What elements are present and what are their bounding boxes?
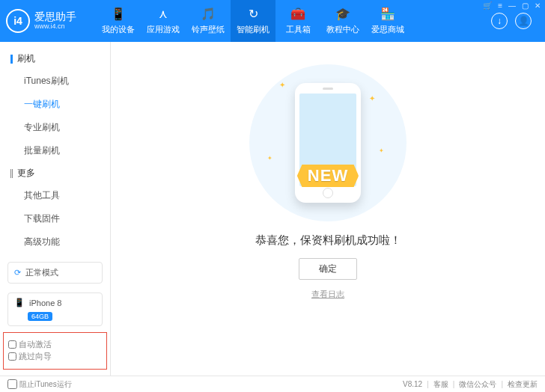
support-link[interactable]: 客服 (433, 379, 448, 390)
sidebar-item-pro-flash[interactable]: 专业刷机 (0, 116, 110, 139)
maximize-icon[interactable]: ▢ (522, 1, 529, 10)
store-icon: 🏪 (380, 7, 395, 21)
wechat-link[interactable]: 微信公众号 (459, 379, 496, 390)
sidebar: 刷机 iTunes刷机 一键刷机 专业刷机 批量刷机 更多 其他工具 下载固件 … (0, 42, 111, 376)
download-button[interactable]: ↓ (491, 13, 508, 29)
main-content: ✦ ✦ ✦ ✦ NEW 恭喜您，保资料刷机成功啦！ 确定 查看日志 (111, 42, 545, 376)
device-card[interactable]: 📱 iPhone 8 64GB (7, 293, 103, 326)
view-log-link[interactable]: 查看日志 (311, 289, 344, 300)
sidebar-item-oneclick-flash[interactable]: 一键刷机 (0, 93, 110, 116)
sidebar-item-other-tools[interactable]: 其他工具 (0, 184, 110, 207)
footer: 阻止iTunes运行 V8.12| 客服| 微信公众号| 检查更新 (0, 376, 545, 392)
refresh-icon: ↻ (249, 7, 258, 21)
tab-my-device[interactable]: 📱我的设备 (96, 0, 141, 42)
sidebar-section-flash: 刷机 (0, 48, 110, 70)
sidebar-item-itunes-flash[interactable]: iTunes刷机 (0, 70, 110, 93)
tab-store[interactable]: 🏪爱思商城 (365, 0, 410, 42)
brand-name: 爱思助手 (34, 11, 76, 22)
device-icon: 📱 (14, 298, 25, 307)
new-ribbon: NEW (297, 165, 359, 187)
minimize-icon[interactable]: — (508, 1, 516, 10)
device-label: iPhone 8 (29, 298, 61, 307)
user-button[interactable]: 👤 (515, 13, 532, 29)
sidebar-section-more: 更多 (0, 162, 110, 184)
logo-badge-icon: i4 (6, 9, 30, 33)
mode-icon: ⟳ (14, 268, 21, 278)
success-title: 恭喜您，保资料刷机成功啦！ (255, 233, 401, 248)
app-header: 🛒 ≡ — ▢ ✕ i4 爱思助手 www.i4.cn 📱我的设备 ⋏应用游戏 … (0, 0, 545, 42)
graduation-icon: 🎓 (335, 7, 350, 21)
sidebar-item-advanced[interactable]: 高级功能 (0, 230, 110, 254)
close-icon[interactable]: ✕ (535, 1, 541, 10)
tab-apps[interactable]: ⋏应用游戏 (141, 0, 186, 42)
auto-activate-checkbox[interactable]: 自动激活 (8, 339, 52, 350)
check-update-link[interactable]: 检查更新 (508, 379, 538, 390)
apps-icon: ⋏ (159, 7, 168, 21)
phone-icon: 📱 (111, 7, 126, 21)
tab-smart-flash[interactable]: ↻智能刷机 (231, 0, 275, 42)
cart-icon[interactable]: 🛒 (483, 1, 492, 10)
sidebar-item-batch-flash[interactable]: 批量刷机 (0, 139, 110, 162)
ok-button[interactable]: 确定 (299, 258, 357, 280)
window-controls: 🛒 ≡ — ▢ ✕ (483, 1, 541, 10)
menu-icon[interactable]: ≡ (498, 1, 502, 10)
brand-logo: i4 爱思助手 www.i4.cn (6, 9, 96, 33)
skip-wizard-checkbox[interactable]: 跳过向导 (8, 351, 52, 362)
sidebar-options: 自动激活 跳过向导 (3, 332, 107, 370)
mode-label: 正常模式 (25, 267, 58, 278)
tab-toolbox[interactable]: 🧰工具箱 (275, 0, 320, 42)
success-illustration: ✦ ✦ ✦ ✦ NEW (249, 64, 407, 221)
sidebar-item-download-firmware[interactable]: 下载固件 (0, 207, 110, 230)
music-icon: 🎵 (201, 7, 216, 21)
toolbox-icon: 🧰 (290, 7, 305, 21)
brand-url: www.i4.cn (34, 23, 76, 31)
tab-tutorials[interactable]: 🎓教程中心 (320, 0, 365, 42)
tab-ringtones[interactable]: 🎵铃声壁纸 (186, 0, 231, 42)
version-label: V8.12 (403, 380, 422, 388)
mode-card[interactable]: ⟳ 正常模式 (7, 262, 103, 284)
block-itunes-checkbox[interactable]: 阻止iTunes运行 (7, 379, 72, 390)
storage-badge: 64GB (28, 312, 52, 321)
nav-tabs: 📱我的设备 ⋏应用游戏 🎵铃声壁纸 ↻智能刷机 🧰工具箱 🎓教程中心 🏪爱思商城 (96, 0, 491, 42)
header-right: ↓ 👤 (491, 13, 539, 29)
